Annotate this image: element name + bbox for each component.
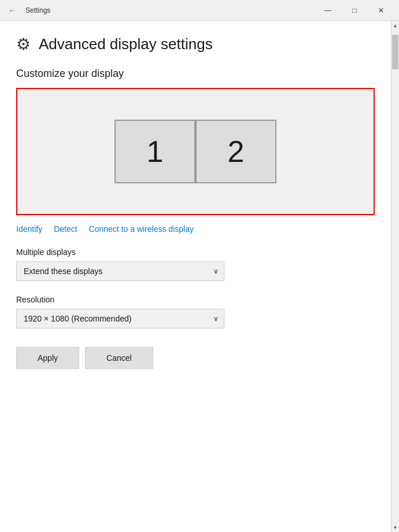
content-area: ⚙ Advanced display settings Customize yo… bbox=[0, 21, 399, 532]
multiple-displays-select[interactable]: Extend these displays Duplicate these di… bbox=[16, 261, 224, 281]
main-panel: ⚙ Advanced display settings Customize yo… bbox=[0, 21, 391, 532]
links-row: Identify Detect Connect to a wireless di… bbox=[16, 224, 375, 234]
page-header: ⚙ Advanced display settings bbox=[16, 35, 375, 54]
close-button[interactable]: ✕ bbox=[368, 2, 394, 19]
monitor-2[interactable]: 2 bbox=[195, 120, 276, 183]
scrollbar: ▲ ▼ bbox=[391, 21, 399, 532]
apply-button[interactable]: Apply bbox=[16, 347, 79, 369]
gear-icon: ⚙ bbox=[16, 35, 31, 54]
section-title: Customize your display bbox=[16, 68, 375, 80]
scroll-down-arrow[interactable]: ▼ bbox=[391, 523, 399, 532]
minimize-button[interactable]: — bbox=[315, 2, 341, 19]
title-bar-title: Settings bbox=[25, 6, 50, 14]
multiple-displays-dropdown-wrapper: Extend these displays Duplicate these di… bbox=[16, 261, 224, 281]
maximize-button[interactable]: □ bbox=[341, 2, 368, 19]
identify-link[interactable]: Identify bbox=[16, 224, 42, 234]
title-bar-controls: — □ ✕ bbox=[315, 2, 394, 19]
detect-link[interactable]: Detect bbox=[54, 224, 77, 234]
multiple-displays-label: Multiple displays bbox=[16, 247, 375, 257]
scroll-up-arrow[interactable]: ▲ bbox=[391, 21, 399, 30]
resolution-select[interactable]: 1920 × 1080 (Recommended) 1600 × 900 128… bbox=[16, 309, 224, 328]
monitor-1[interactable]: 1 bbox=[114, 120, 195, 183]
resolution-dropdown-wrapper: 1920 × 1080 (Recommended) 1600 × 900 128… bbox=[16, 309, 224, 328]
cancel-button[interactable]: Cancel bbox=[85, 347, 153, 369]
back-button[interactable]: ← bbox=[5, 5, 20, 16]
scrollbar-thumb[interactable] bbox=[392, 35, 398, 69]
title-bar-left: ← Settings bbox=[5, 5, 50, 16]
connect-wireless-link[interactable]: Connect to a wireless display bbox=[89, 224, 194, 234]
resolution-label: Resolution bbox=[16, 295, 375, 304]
page-title: Advanced display settings bbox=[39, 35, 213, 53]
title-bar: ← Settings — □ ✕ bbox=[0, 0, 399, 21]
display-preview: 1 2 bbox=[16, 88, 375, 215]
scrollbar-track[interactable] bbox=[391, 30, 399, 523]
buttons-row: Apply Cancel bbox=[16, 347, 375, 369]
